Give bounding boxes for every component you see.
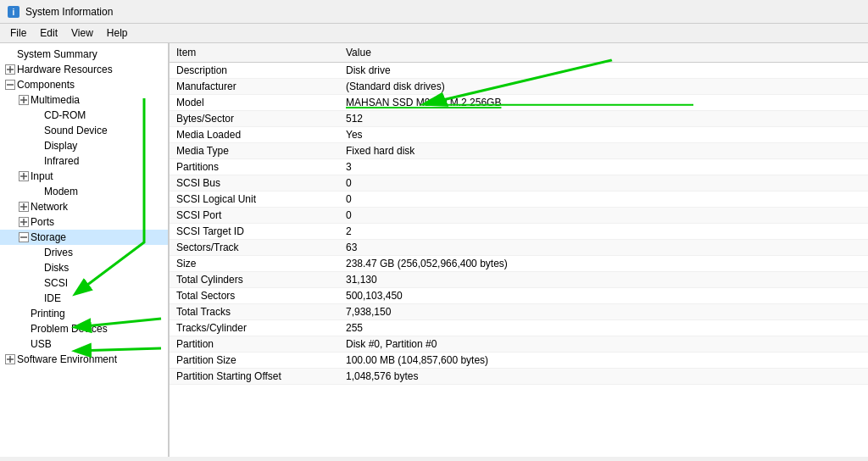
tree-item-system-summary[interactable]: System Summary [0,47,168,62]
tree-item-input[interactable]: Input [0,169,168,184]
tree-label-modem: Modem [44,186,78,197]
tree-expander-drives [31,246,44,259]
table-row[interactable]: Total Tracks7,938,150 [170,304,868,320]
tree-expander-sound-device [31,124,44,137]
tree-expander-components[interactable] [3,78,17,92]
menu-bar: File Edit View Help [0,24,868,43]
table-cell-item: Model [170,95,339,111]
tree-item-ide[interactable]: IDE [0,291,168,306]
tree-item-display[interactable]: Display [0,138,168,153]
table-cell-value: 238.47 GB (256,052,966,400 bytes) [339,256,868,272]
tree-item-printing[interactable]: Printing [0,306,168,321]
menu-edit[interactable]: Edit [33,25,64,41]
tree-expander-software-environment[interactable] [3,353,17,366]
tree-item-scsi[interactable]: SCSI [0,275,168,291]
table-row[interactable]: PartitionDisk #0, Partition #0 [170,336,868,353]
column-header-item: Item [170,43,339,63]
tree-label-infrared: Infrared [44,155,79,167]
left-panel: System SummaryHardware ResourcesComponen… [0,43,170,457]
table-cell-item: Description [170,63,339,79]
table-cell-value: Yes [339,127,868,143]
table-cell-value: 63 [339,240,868,256]
tree-label-cd-rom: CD-ROM [44,109,86,121]
tree-expander-printing [17,307,31,320]
table-row[interactable]: Sectors/Track63 [170,240,868,256]
tree-expander-input[interactable] [17,169,31,183]
table-cell-value: 7,938,150 [339,304,868,320]
tree-expander-storage[interactable] [17,230,31,244]
table-row[interactable]: Media TypeFixed hard disk [170,143,868,159]
table-row[interactable]: Media LoadedYes [170,127,868,143]
table-row[interactable]: Size238.47 GB (256,052,966,400 bytes) [170,256,868,272]
tree-label-printing: Printing [31,308,65,319]
table-row[interactable]: Total Cylinders31,130 [170,272,868,288]
window-title: System Information [25,6,113,18]
table-cell-value: 1,048,576 bytes [339,369,868,385]
table-row[interactable]: Tracks/Cylinder255 [170,320,868,336]
table-cell-item: SCSI Bus [170,175,339,192]
right-panel: Item Value DescriptionDisk driveManufact… [170,43,868,457]
table-cell-value: 512 [339,111,868,127]
table-cell-value: 0 [339,208,868,224]
table-row[interactable]: Manufacturer(Standard disk drives) [170,79,868,95]
table-row[interactable]: Bytes/Sector512 [170,111,868,127]
tree-expander-multimedia[interactable] [17,93,31,107]
tree-item-disks[interactable]: Disks [0,260,168,275]
table-cell-item: Media Type [170,143,339,159]
tree-expander-hardware-resources[interactable] [3,63,17,76]
tree-expander-usb [17,337,31,351]
tree-item-modem[interactable]: Modem [0,184,168,199]
tree-item-infrared[interactable]: Infrared [0,153,168,169]
tree-item-components[interactable]: Components [0,77,168,92]
tree-label-usb: USB [31,338,52,350]
tree-label-drives: Drives [44,247,73,258]
tree-item-multimedia[interactable]: Multimedia [0,92,168,108]
table-cell-item: Partition Size [170,353,339,369]
data-table: Item Value DescriptionDisk driveManufact… [170,43,868,385]
table-cell-item: SCSI Port [170,208,339,224]
table-cell-value: 2 [339,224,868,240]
table-cell-value: 100.00 MB (104,857,600 bytes) [339,353,868,369]
menu-file[interactable]: File [3,25,33,41]
table-cell-item: Total Tracks [170,304,339,320]
menu-help[interactable]: Help [100,25,135,41]
tree-item-usb[interactable]: USB [0,336,168,352]
table-row[interactable]: SCSI Bus0 [170,175,868,192]
tree-item-network[interactable]: Network [0,199,168,214]
table-row[interactable]: SCSI Port0 [170,208,868,224]
tree-item-ports[interactable]: Ports [0,214,168,230]
table-row[interactable]: Partition Size100.00 MB (104,857,600 byt… [170,353,868,369]
tree-expander-ports[interactable] [17,215,31,229]
table-cell-item: Tracks/Cylinder [170,320,339,336]
table-row[interactable]: Partition Starting Offset1,048,576 bytes [170,369,868,385]
tree-expander-network[interactable] [17,200,31,214]
tree-item-cd-rom[interactable]: CD-ROM [0,108,168,123]
tree-label-problem-devices: Problem Devices [31,323,108,335]
tree-item-drives[interactable]: Drives [0,245,168,260]
tree-label-sound-device: Sound Device [44,125,108,136]
tree-item-software-environment[interactable]: Software Environment [0,352,168,367]
table-cell-item: Partition [170,336,339,353]
table-row[interactable]: SCSI Logical Unit0 [170,192,868,208]
tree-item-problem-devices[interactable]: Problem Devices [0,321,168,336]
tree-expander-scsi [31,276,44,290]
tree-item-sound-device[interactable]: Sound Device [0,123,168,138]
table-cell-item: Partition Starting Offset [170,369,339,385]
tree-item-storage[interactable]: Storage [0,230,168,245]
tree-expander-system-summary [3,47,17,61]
tree-item-hardware-resources[interactable]: Hardware Resources [0,62,168,77]
table-cell-value: (Standard disk drives) [339,79,868,95]
tree-label-scsi: SCSI [44,277,68,289]
table-cell-item: Bytes/Sector [170,111,339,127]
table-row[interactable]: Total Sectors500,103,450 [170,288,868,304]
table-cell-value: 31,130 [339,272,868,288]
menu-view[interactable]: View [64,25,100,41]
tree-label-hardware-resources: Hardware Resources [17,64,113,75]
table-row[interactable]: Partitions3 [170,159,868,175]
app-icon: i [7,5,20,19]
table-row[interactable]: ModelMAHSAN SSD M9280 M.2 256GB [170,95,868,111]
table-row[interactable]: DescriptionDisk drive [170,63,868,79]
table-cell-value: 0 [339,192,868,208]
table-row[interactable]: SCSI Target ID2 [170,224,868,240]
table-cell-value: 255 [339,320,868,336]
